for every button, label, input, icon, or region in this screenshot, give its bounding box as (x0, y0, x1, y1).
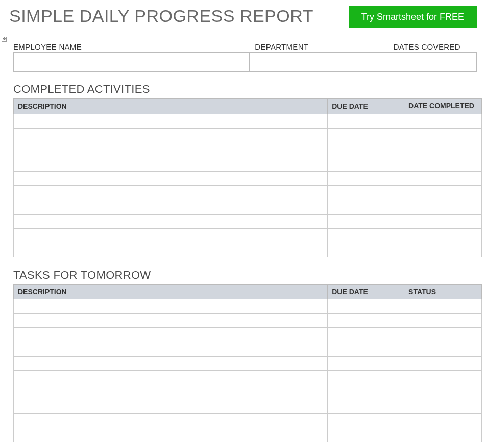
table-cell[interactable] (328, 128, 404, 143)
table-cell[interactable] (328, 428, 404, 442)
table-cell[interactable] (404, 342, 482, 356)
table-cell[interactable] (328, 370, 404, 385)
table-cell[interactable] (328, 185, 404, 200)
completed-activities-title: COMPLETED ACTIVITIES (13, 83, 477, 96)
table-cell[interactable] (328, 157, 404, 171)
table-cell[interactable] (404, 114, 482, 128)
table-row (14, 413, 482, 428)
table-cell[interactable] (328, 200, 404, 214)
table-cell[interactable] (14, 157, 328, 171)
table-cell[interactable] (14, 243, 328, 257)
col-date-completed: DATE COMPLETED (404, 99, 482, 114)
table-cell[interactable] (14, 428, 328, 442)
table-cell[interactable] (14, 385, 328, 399)
table-cell[interactable] (328, 385, 404, 399)
dates-covered-label: DATES COVERED (394, 42, 477, 51)
table-cell[interactable] (404, 299, 482, 313)
table-row (14, 171, 482, 185)
col-due-date: DUE DATE (328, 284, 404, 299)
completed-activities-table: DESCRIPTION DUE DATE DATE COMPLETED (13, 98, 482, 257)
table-cell[interactable] (14, 299, 328, 313)
table-cell[interactable] (14, 399, 328, 413)
table-cell[interactable] (404, 327, 482, 342)
table-cell[interactable] (404, 399, 482, 413)
table-cell[interactable] (404, 385, 482, 399)
table-cell[interactable] (14, 171, 328, 185)
table-row (14, 143, 482, 157)
table-cell[interactable] (404, 413, 482, 428)
tasks-tomorrow-title: TASKS FOR TOMORROW (13, 269, 477, 282)
table-row (14, 342, 482, 356)
table-cell[interactable] (14, 413, 328, 428)
table-cell[interactable] (14, 342, 328, 356)
table-cell[interactable] (328, 356, 404, 370)
table-cell[interactable] (404, 128, 482, 143)
employee-name-label: EMPLOYEE NAME (13, 42, 255, 51)
table-cell[interactable] (328, 171, 404, 185)
table-cell[interactable] (404, 157, 482, 171)
move-handle-icon[interactable]: ✥ (2, 37, 7, 42)
table-cell[interactable] (14, 214, 328, 228)
table-row (14, 299, 482, 313)
table-cell[interactable] (14, 327, 328, 342)
dates-covered-input[interactable] (395, 52, 477, 72)
table-cell[interactable] (404, 171, 482, 185)
table-row (14, 385, 482, 399)
table-row (14, 327, 482, 342)
table-cell[interactable] (14, 128, 328, 143)
table-row (14, 128, 482, 143)
table-row (14, 399, 482, 413)
table-cell[interactable] (14, 370, 328, 385)
table-row (14, 313, 482, 327)
table-cell[interactable] (328, 228, 404, 243)
table-cell[interactable] (404, 356, 482, 370)
table-row (14, 356, 482, 370)
table-cell[interactable] (328, 342, 404, 356)
table-row (14, 428, 482, 442)
table-row (14, 114, 482, 128)
table-cell[interactable] (328, 214, 404, 228)
tasks-tomorrow-table: DESCRIPTION DUE DATE STATUS (13, 284, 482, 442)
col-due-date: DUE DATE (328, 99, 404, 114)
table-cell[interactable] (14, 228, 328, 243)
try-smartsheet-button[interactable]: Try Smartsheet for FREE (349, 6, 477, 28)
table-cell[interactable] (328, 313, 404, 327)
table-cell[interactable] (404, 214, 482, 228)
employee-name-input[interactable] (13, 52, 250, 72)
department-input[interactable] (250, 52, 395, 72)
table-row (14, 214, 482, 228)
table-cell[interactable] (328, 114, 404, 128)
table-cell[interactable] (404, 370, 482, 385)
table-row (14, 157, 482, 171)
table-cell[interactable] (328, 327, 404, 342)
table-row (14, 228, 482, 243)
table-row (14, 185, 482, 200)
table-cell[interactable] (328, 299, 404, 313)
table-row (14, 200, 482, 214)
table-cell[interactable] (404, 313, 482, 327)
table-cell[interactable] (14, 114, 328, 128)
table-cell[interactable] (404, 428, 482, 442)
table-cell[interactable] (14, 143, 328, 157)
table-cell[interactable] (14, 185, 328, 200)
table-cell[interactable] (14, 313, 328, 327)
department-label: DEPARTMENT (255, 42, 393, 51)
table-cell[interactable] (404, 200, 482, 214)
table-row (14, 243, 482, 257)
table-cell[interactable] (328, 413, 404, 428)
col-description: DESCRIPTION (14, 99, 328, 114)
table-cell[interactable] (328, 399, 404, 413)
col-status: STATUS (404, 284, 482, 299)
table-cell[interactable] (14, 356, 328, 370)
table-cell[interactable] (404, 185, 482, 200)
col-description: DESCRIPTION (14, 284, 328, 299)
table-cell[interactable] (328, 143, 404, 157)
table-cell[interactable] (404, 228, 482, 243)
table-cell[interactable] (14, 200, 328, 214)
table-cell[interactable] (404, 143, 482, 157)
table-cell[interactable] (328, 243, 404, 257)
table-cell[interactable] (404, 243, 482, 257)
table-row (14, 370, 482, 385)
page-title: SIMPLE DAILY PROGRESS REPORT (9, 6, 313, 26)
